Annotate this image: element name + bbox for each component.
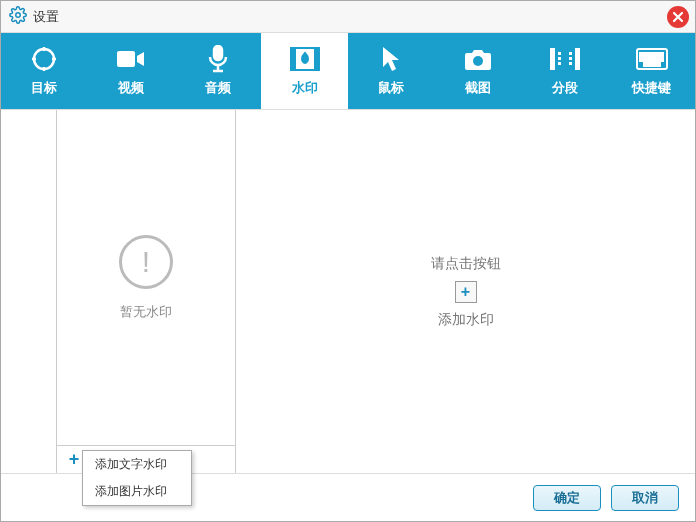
tab-label: 视频 (118, 79, 144, 97)
gear-icon (9, 6, 27, 27)
svg-rect-11 (558, 57, 561, 60)
content-area: ! 暂无水印 + × ↑ ↓ 请点击按钮 + 添加水印 添加文字水印 添加图片水… (1, 109, 695, 473)
tab-label: 水印 (292, 79, 318, 97)
tab-mouse[interactable]: 鼠标 (348, 33, 435, 109)
svg-rect-23 (645, 58, 648, 61)
hotkey-icon (636, 45, 668, 73)
cancel-button[interactable]: 取消 (611, 485, 679, 511)
settings-window: 设置 目标 视频 音频 水印 (0, 0, 696, 522)
svg-rect-10 (558, 52, 561, 55)
svg-rect-2 (117, 51, 135, 67)
svg-rect-17 (640, 53, 643, 56)
tab-label: 快捷键 (632, 79, 671, 97)
tab-video[interactable]: 视频 (88, 33, 175, 109)
svg-rect-26 (660, 58, 663, 61)
add-watermark-plus-button[interactable]: + (455, 281, 477, 303)
svg-rect-13 (569, 52, 572, 55)
tab-audio[interactable]: 音频 (175, 33, 262, 109)
svg-rect-9 (575, 48, 580, 70)
svg-rect-12 (558, 62, 561, 65)
svg-rect-19 (650, 53, 653, 56)
target-icon (30, 45, 58, 73)
empty-text: 暂无水印 (120, 303, 172, 321)
svg-rect-8 (550, 48, 555, 70)
menu-add-text-watermark[interactable]: 添加文字水印 (83, 451, 191, 478)
svg-rect-24 (650, 58, 653, 61)
svg-rect-15 (569, 62, 572, 65)
window-title: 设置 (33, 8, 59, 26)
hint-text-bottom: 添加水印 (438, 311, 494, 329)
svg-rect-18 (645, 53, 648, 56)
add-watermark-menu: 添加文字水印 添加图片水印 (82, 450, 192, 506)
video-icon (117, 45, 145, 73)
add-watermark-button[interactable]: + (65, 449, 83, 470)
info-icon: ! (119, 235, 173, 289)
svg-rect-21 (660, 53, 663, 56)
close-button[interactable] (667, 6, 689, 28)
hint-text-top: 请点击按钮 (431, 255, 501, 273)
ok-button[interactable]: 确定 (533, 485, 601, 511)
tab-hotkey[interactable]: 快捷键 (608, 33, 695, 109)
tab-label: 目标 (31, 79, 57, 97)
capture-icon (463, 45, 493, 73)
menu-add-image-watermark[interactable]: 添加图片水印 (83, 478, 191, 505)
svg-rect-25 (655, 58, 658, 61)
tab-segment[interactable]: 分段 (522, 33, 609, 109)
segment-icon (550, 45, 580, 73)
watermark-preview-panel: 请点击按钮 + 添加水印 (236, 110, 695, 473)
svg-point-7 (473, 56, 483, 66)
svg-rect-20 (655, 53, 658, 56)
tab-label: 鼠标 (378, 79, 404, 97)
svg-point-1 (34, 49, 54, 69)
svg-rect-5 (291, 48, 295, 70)
svg-point-0 (16, 13, 21, 18)
svg-rect-14 (569, 57, 572, 60)
mouse-icon (381, 45, 401, 73)
tab-label: 截图 (465, 79, 491, 97)
tab-label: 分段 (552, 79, 578, 97)
svg-rect-22 (640, 58, 643, 61)
audio-icon (207, 45, 229, 73)
svg-rect-27 (644, 63, 660, 66)
titlebar: 设置 (1, 1, 695, 33)
tabbar: 目标 视频 音频 水印 鼠标 (1, 33, 695, 109)
tab-watermark[interactable]: 水印 (261, 33, 348, 109)
tab-target[interactable]: 目标 (1, 33, 88, 109)
watermark-list-empty: ! 暂无水印 (57, 110, 235, 445)
watermark-list-panel: ! 暂无水印 + × ↑ ↓ (56, 110, 236, 473)
tab-label: 音频 (205, 79, 231, 97)
tab-capture[interactable]: 截图 (435, 33, 522, 109)
watermark-icon (290, 45, 320, 73)
svg-rect-3 (214, 46, 222, 60)
svg-rect-6 (315, 48, 319, 70)
